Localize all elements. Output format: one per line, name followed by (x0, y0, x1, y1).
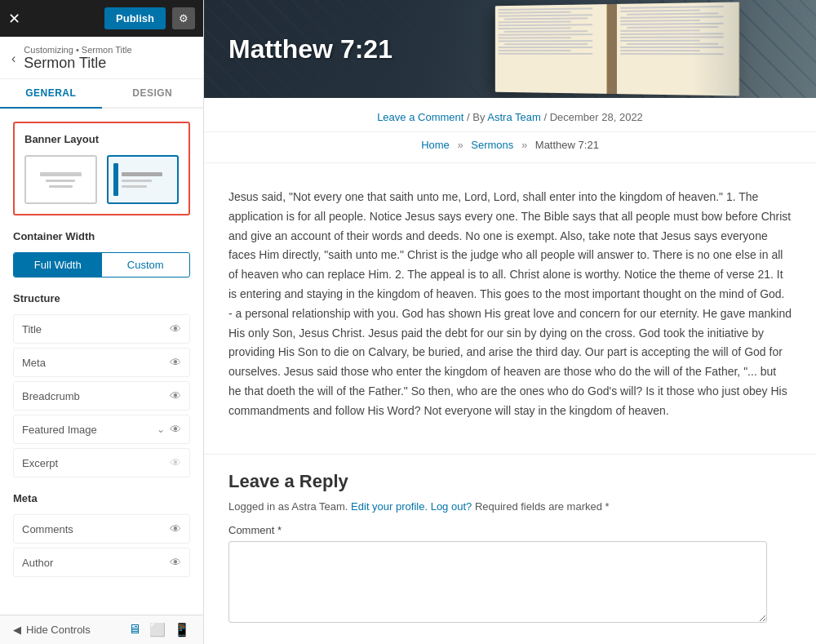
lo2-sidebar (113, 163, 118, 196)
container-width-section: Container Width Full Width Custom (13, 230, 190, 278)
comment-label: Comment * (228, 524, 792, 536)
page-line (620, 10, 699, 12)
mobile-icon[interactable]: 📱 (174, 622, 190, 637)
structure-item-author[interactable]: Author 👁 (13, 548, 190, 577)
desktop-icon[interactable]: 🖥 (128, 622, 141, 637)
page-line (620, 50, 699, 51)
tabs-row: General Design (0, 79, 203, 109)
structure-item-featured-image[interactable]: Featured Image ⌄ 👁 (13, 415, 190, 444)
structure-item-title-icons: 👁 (170, 322, 181, 335)
leave-reply-heading: Leave a Reply (228, 471, 792, 492)
page-line (504, 43, 588, 45)
tablet-icon[interactable]: ⬜ (149, 622, 166, 637)
required-text: Required fields are marked * (475, 500, 610, 513)
structure-item-excerpt-icons: 👁 (170, 456, 181, 469)
edit-profile-link[interactable]: Edit your profile. (351, 500, 428, 513)
layout-options (24, 155, 179, 204)
meta-section: Meta Comments 👁 Author 👁 (13, 492, 190, 577)
eye-icon-excerpt[interactable]: 👁 (170, 456, 181, 469)
structure-item-title[interactable]: Title 👁 (13, 314, 190, 344)
page-line (504, 17, 588, 20)
structure-section: Structure Title 👁 Meta 👁 Breadcrumb 👁 (13, 292, 190, 477)
page-line (620, 29, 699, 32)
article-content: Jesus said, "Not every one that saith un… (204, 163, 816, 454)
structure-item-featured-image-icons: ⌄ 👁 (157, 423, 181, 436)
structure-item-excerpt[interactable]: Excerpt 👁 (13, 448, 190, 477)
log-out-link[interactable]: Log out? (431, 500, 472, 513)
lo2-line1 (122, 172, 162, 176)
tab-design[interactable]: Design (102, 79, 204, 109)
close-button[interactable]: ✕ (8, 10, 20, 28)
breadcrumb-nav: Home » Sermons » Matthew 7:21 (204, 132, 816, 163)
publish-button[interactable]: Publish (104, 7, 166, 29)
hide-controls-button[interactable]: ◀ Hide Controls (13, 624, 91, 636)
meta-section-title: Meta (13, 492, 190, 504)
structure-item-excerpt-label: Excerpt (22, 457, 58, 469)
lo2-container (113, 163, 173, 196)
book-spine (607, 4, 617, 94)
leave-comment-link[interactable]: Leave a Comment (377, 111, 463, 123)
breadcrumb-title: Sermon Title (24, 55, 131, 72)
lo1-line3 (49, 185, 73, 188)
content-meta: Leave a Comment / By Astra Team / Decemb… (204, 98, 816, 132)
eye-icon-breadcrumb[interactable]: 👁 (170, 389, 181, 402)
eye-icon-meta[interactable]: 👁 (170, 356, 181, 369)
lo2-line2 (122, 180, 153, 182)
content-meta-text: Leave a Comment / By Astra Team / Decemb… (377, 111, 643, 123)
container-width-title: Container Width (13, 230, 190, 242)
hide-controls-label: Hide Controls (26, 624, 91, 636)
page-line (498, 7, 592, 11)
tab-general[interactable]: General (0, 79, 102, 109)
page-line (620, 20, 699, 22)
eye-icon-featured-image[interactable]: 👁 (170, 423, 181, 436)
article-text: Jesus said, "Not every one that saith un… (228, 188, 792, 421)
eye-icon-comments[interactable]: 👁 (170, 522, 181, 535)
panel-content: Banner Layout (0, 109, 203, 615)
meta-separator-2: / December 28, 2022 (543, 111, 642, 123)
layout-option-sidebar[interactable] (107, 155, 180, 204)
full-width-button[interactable]: Full Width (14, 253, 102, 277)
structure-item-meta-icons: 👁 (170, 356, 181, 369)
meta-separator-1: / By (467, 111, 487, 123)
breadcrumb-sep-1: » (457, 139, 463, 151)
breadcrumb-sep-2: » (521, 139, 527, 151)
structure-item-breadcrumb[interactable]: Breadcrumb 👁 (13, 381, 190, 411)
hide-controls-arrow-icon: ◀ (13, 624, 21, 636)
breadcrumb-top: Customizing • Sermon Title (24, 45, 131, 55)
top-bar: ✕ Publish ⚙ (0, 0, 203, 37)
author-link[interactable]: Astra Team (487, 111, 541, 123)
logged-in-text: Logged in as Astra Team. Edit your profi… (228, 500, 792, 513)
banner-layout-section: Banner Layout (13, 122, 190, 215)
comment-textarea[interactable] (228, 541, 767, 623)
hero-title: Matthew 7:21 (204, 34, 392, 64)
container-width-group: Full Width Custom (13, 252, 190, 278)
structure-item-meta[interactable]: Meta 👁 (13, 348, 190, 377)
breadcrumb-header: ‹ Customizing • Sermon Title Sermon Titl… (0, 37, 203, 79)
back-button[interactable]: ‹ (11, 51, 16, 66)
device-icons: 🖥 ⬜ 📱 (128, 622, 190, 637)
chevron-down-icon-featured-image[interactable]: ⌄ (157, 424, 165, 435)
right-content: Matthew 7:21 Leave a Comment / By Astra … (204, 0, 816, 644)
layout-option-centered[interactable] (24, 155, 97, 204)
breadcrumb-text: Customizing • Sermon Title Sermon Title (24, 45, 131, 72)
structure-item-author-label: Author (22, 557, 53, 569)
gear-button[interactable]: ⚙ (172, 7, 195, 29)
eye-icon-title[interactable]: 👁 (170, 322, 181, 335)
structure-item-comments[interactable]: Comments 👁 (13, 514, 190, 544)
custom-width-button[interactable]: Custom (102, 253, 190, 277)
page-line (498, 50, 570, 51)
eye-icon-author[interactable]: 👁 (170, 556, 181, 569)
lo1-line2 (46, 180, 75, 182)
page-line (498, 53, 592, 55)
structure-item-featured-image-label: Featured Image (22, 424, 97, 436)
book-page-left (495, 4, 607, 94)
structure-item-author-icons: 👁 (170, 556, 181, 569)
structure-title: Structure (13, 292, 190, 304)
page-line (498, 37, 570, 38)
breadcrumb-sermons-link[interactable]: Sermons (471, 139, 513, 151)
hero-people (694, 0, 816, 98)
breadcrumb-home-link[interactable]: Home (421, 139, 450, 151)
structure-item-comments-label: Comments (22, 523, 73, 535)
lo1-line1 (40, 172, 82, 176)
page-line (498, 33, 592, 36)
